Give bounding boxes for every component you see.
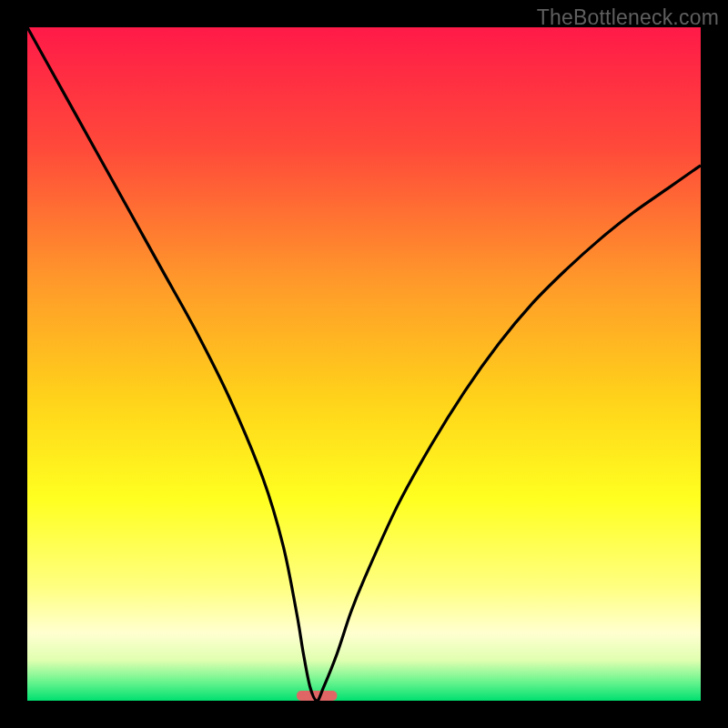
- chart-background: [27, 27, 701, 701]
- watermark-text: TheBottleneck.com: [537, 5, 719, 30]
- optimal-marker: [297, 691, 337, 701]
- chart-frame: [27, 27, 701, 701]
- bottleneck-chart: [27, 27, 701, 701]
